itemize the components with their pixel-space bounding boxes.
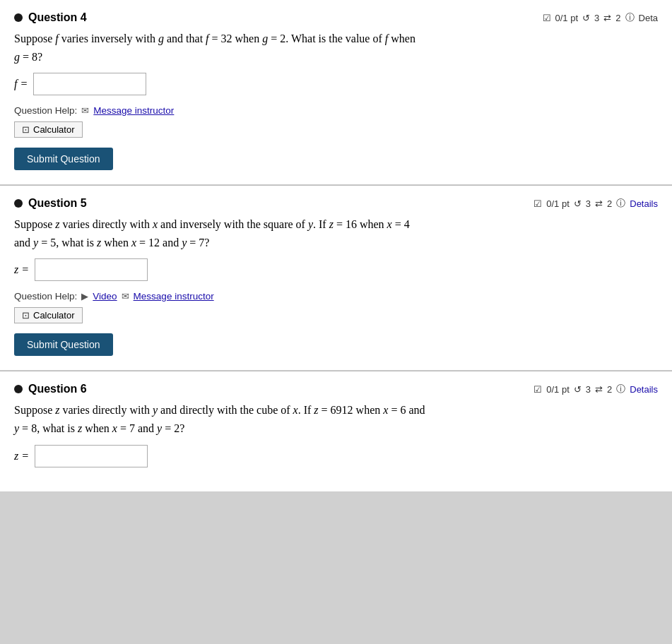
checkbox-icon: ☑: [543, 13, 551, 23]
question-5-title: Question 5: [14, 197, 87, 210]
question-6-label: Question 6: [28, 383, 87, 395]
question-5-block: Question 5 ☑ 0/1 pt ↺ 3 ⇄ 2 ⓘ Details Su…: [0, 186, 672, 371]
question-6-answer-label: z =: [14, 450, 29, 463]
question-4-body: Suppose f varies inversely with g and th…: [14, 30, 658, 66]
question-4-answer-row: f =: [14, 73, 658, 95]
question-5-retries: 3: [586, 198, 591, 209]
question-5-answer-label: z =: [14, 263, 29, 276]
question-5-help-label: Question Help:: [14, 291, 77, 302]
info-icon-4: ⓘ: [625, 11, 635, 24]
question-6-meta: ☑ 0/1 pt ↺ 3 ⇄ 2 ⓘ Details: [534, 383, 658, 395]
question-4-details: Deta: [639, 13, 658, 23]
question-5-bullet: [14, 199, 23, 208]
calculator-icon-4: ⊡: [22, 124, 30, 135]
video-link-5[interactable]: Video: [93, 291, 117, 302]
question-4-help-label: Question Help:: [14, 105, 77, 116]
question-5-answer-row: z =: [14, 258, 658, 281]
swap-icon-4: ⇄: [603, 13, 611, 23]
retry-icon-6: ↺: [574, 384, 582, 395]
retry-icon-4: ↺: [582, 13, 590, 23]
question-6-header: Question 6 ☑ 0/1 pt ↺ 3 ⇄ 2 ⓘ Details: [14, 383, 658, 395]
calculator-label-5: Calculator: [33, 310, 75, 321]
submit-btn-5[interactable]: Submit Question: [14, 333, 113, 356]
question-6-points: 0/1 pt: [546, 384, 570, 395]
calculator-btn-5[interactable]: ⊡ Calculator: [14, 307, 83, 323]
question-4-answer-label: f =: [14, 78, 28, 90]
question-6-bullet: [14, 385, 23, 393]
retry-icon-5: ↺: [574, 198, 582, 209]
submit-btn-4[interactable]: Submit Question: [14, 148, 113, 170]
question-6-details[interactable]: Details: [630, 384, 658, 395]
video-icon-5: ▶: [81, 291, 88, 302]
question-5-details[interactable]: Details: [630, 198, 658, 209]
question-6-block: Question 6 ☑ 0/1 pt ↺ 3 ⇄ 2 ⓘ Details Su…: [0, 371, 672, 491]
question-5-input[interactable]: [35, 258, 148, 281]
calculator-label-4: Calculator: [33, 124, 75, 135]
calculator-btn-4[interactable]: ⊡ Calculator: [14, 121, 83, 138]
question-5-points: 0/1 pt: [546, 198, 570, 209]
question-6-title: Question 6: [14, 383, 87, 395]
question-5-help: Question Help: ▶ Video ✉ Message instruc…: [14, 291, 658, 302]
message-icon-5: ✉: [122, 291, 129, 302]
question-4-points: 0/1 pt: [555, 13, 579, 23]
question-6-retries: 3: [586, 384, 591, 395]
question-4-block: Question 4 ☑ 0/1 pt ↺ 3 ⇄ 2 ⓘ Deta Suppo…: [0, 0, 672, 185]
question-4-meta: ☑ 0/1 pt ↺ 3 ⇄ 2 ⓘ Deta: [543, 11, 658, 24]
question-4-attempts: 2: [615, 13, 620, 23]
question-4-label: Question 4: [28, 11, 87, 24]
question-5-attempts: 2: [607, 198, 612, 209]
question-6-body: Suppose z varies directly with y and dir…: [14, 401, 658, 437]
question-4-help: Question Help: ✉ Message instructor: [14, 105, 658, 116]
question-4-bullet: [14, 13, 23, 22]
info-icon-6: ⓘ: [616, 383, 625, 395]
question-6-attempts: 2: [607, 384, 612, 395]
question-5-header: Question 5 ☑ 0/1 pt ↺ 3 ⇄ 2 ⓘ Details: [14, 197, 658, 210]
message-instructor-link-4[interactable]: Message instructor: [93, 105, 174, 116]
checkbox-icon-6: ☑: [534, 384, 542, 395]
checkbox-icon-5: ☑: [534, 198, 542, 209]
question-5-meta: ☑ 0/1 pt ↺ 3 ⇄ 2 ⓘ Details: [534, 197, 658, 210]
calculator-icon-5: ⊡: [22, 310, 30, 321]
question-4-title: Question 4: [14, 11, 87, 24]
question-6-input[interactable]: [35, 445, 148, 467]
swap-icon-5: ⇄: [595, 198, 603, 209]
question-4-retries: 3: [594, 13, 599, 23]
question-5-label: Question 5: [28, 197, 87, 210]
message-icon-4: ✉: [81, 105, 89, 116]
question-4-input[interactable]: [33, 73, 146, 95]
info-icon-5: ⓘ: [616, 197, 625, 210]
question-4-header: Question 4 ☑ 0/1 pt ↺ 3 ⇄ 2 ⓘ Deta: [14, 11, 658, 24]
question-6-answer-row: z =: [14, 445, 658, 467]
swap-icon-6: ⇄: [595, 384, 603, 395]
message-instructor-link-5[interactable]: Message instructor: [134, 291, 214, 302]
question-5-body: Suppose z varies directly with x and inv…: [14, 215, 658, 251]
